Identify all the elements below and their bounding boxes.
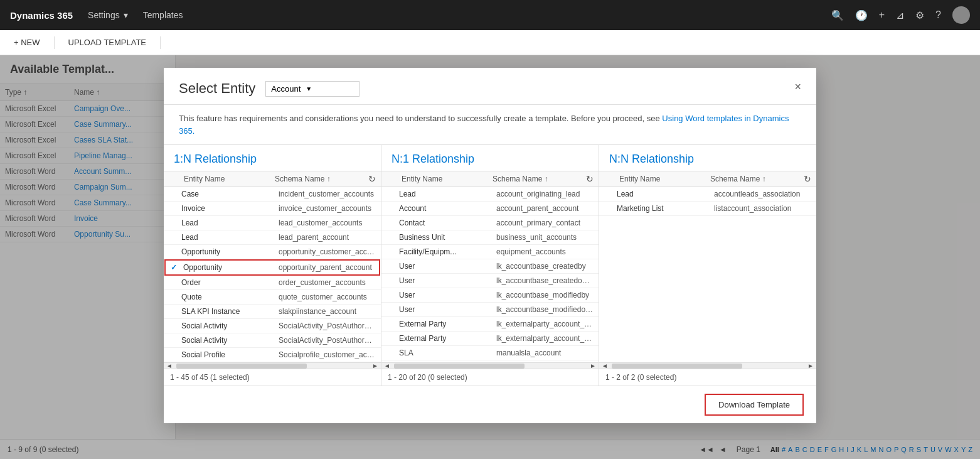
table-row[interactable]: Caseincident_customer_accounts <box>164 187 381 202</box>
modal-title: Select Entity <box>179 80 255 97</box>
n-n-title: N:N Relationship <box>599 145 816 171</box>
table-row[interactable]: SLA KPI Instanceslakpiinstance_account <box>164 305 381 319</box>
n-n-entity-col: Entity Name <box>619 175 710 183</box>
add-icon[interactable]: + <box>879 9 885 21</box>
table-row[interactable]: Userlk_accountbase_createdby <box>381 259 599 274</box>
filter-icon[interactable]: ⊿ <box>896 9 904 21</box>
one-n-schema-col: Schema Name ↑ <box>275 175 366 183</box>
table-row[interactable]: Opportunityopportunity_customer_accu... <box>164 245 381 259</box>
n-one-scroll-left-icon[interactable]: ◄ <box>384 362 390 369</box>
history-icon[interactable]: 🕐 <box>855 9 868 21</box>
one-n-entity-col: Entity Name <box>184 175 275 183</box>
n-n-scroll-left-icon[interactable]: ◄ <box>602 362 608 369</box>
n-one-entity-col: Entity Name <box>402 175 493 183</box>
page-label: Templates <box>143 10 183 20</box>
one-n-section: 1:N Relationship Entity Name Schema Name… <box>164 145 381 386</box>
n-one-rows: Leadaccount_originating_leadAccountaccou… <box>381 187 599 362</box>
n-one-scrollbar[interactable]: ◄ ► <box>381 362 599 369</box>
one-n-rows: Caseincident_customer_accountsInvoiceinv… <box>164 187 381 362</box>
one-n-title: 1:N Relationship <box>164 145 381 171</box>
modal-overlay: Select Entity Account ▼ × This feature h… <box>0 55 980 459</box>
one-n-header: Entity Name Schema Name ↑ ↻ <box>164 171 381 187</box>
one-n-scrollbar[interactable]: ◄ ► <box>164 362 381 369</box>
upload-template-button[interactable]: UPLOAD TEMPLATE <box>62 35 153 50</box>
scroll-left-icon[interactable]: ◄ <box>166 362 173 369</box>
n-one-schema-col: Schema Name ↑ <box>493 175 583 183</box>
table-row[interactable]: SLAmanualsla_account <box>381 346 599 360</box>
n-one-scroll-right-icon[interactable]: ► <box>590 362 596 369</box>
table-row[interactable]: Business Unitbusiness_unit_accounts <box>381 230 599 245</box>
download-template-button[interactable]: Download Template <box>705 394 804 416</box>
n-n-header: Entity Name Schema Name ↑ ↻ <box>599 171 816 187</box>
modal-footer: Download Template <box>164 386 816 423</box>
table-row[interactable]: External Partylk_externalparty_account_m… <box>381 332 599 346</box>
n-one-footer: 1 - 20 of 20 (0 selected) <box>381 369 599 386</box>
gear-icon[interactable]: ⚙ <box>915 9 924 21</box>
modal-description: This feature has requirements and consid… <box>164 105 816 145</box>
settings-nav[interactable]: Settings ▾ <box>88 10 128 20</box>
avatar[interactable] <box>952 6 970 24</box>
scroll-right-icon[interactable]: ► <box>372 362 378 369</box>
table-row[interactable]: Social ActivitySocialActivity_PostAuthor… <box>164 333 381 348</box>
n-one-title: N:1 Relationship <box>381 145 599 171</box>
n-n-scrollbar[interactable]: ◄ ► <box>599 362 816 369</box>
n-n-scroll-right-icon[interactable]: ► <box>807 362 814 369</box>
n-n-section: N:N Relationship Entity Name Schema Name… <box>599 145 816 386</box>
table-row[interactable]: Userlk_accountbase_createdonbeha <box>381 274 599 288</box>
table-row[interactable]: Marketing Listlistaccount_association <box>599 202 816 216</box>
table-row[interactable]: Orderorder_customer_accounts <box>164 276 381 290</box>
entity-value: Account <box>271 84 301 94</box>
n-one-refresh-icon[interactable]: ↻ <box>586 174 594 184</box>
nav-icons: 🔍 🕐 + ⊿ ⚙ ? <box>831 6 970 24</box>
table-row[interactable]: ✓Opportunityopportunity_parent_account <box>164 259 380 276</box>
table-row[interactable]: Facility/Equipm...equipment_accounts <box>381 245 599 259</box>
table-row[interactable]: Leadaccount_originating_lead <box>381 187 599 202</box>
top-navigation: Dynamics 365 Settings ▾ Templates 🔍 🕐 + … <box>0 0 980 30</box>
table-row[interactable]: Leadlead_customer_accounts <box>164 216 381 230</box>
table-row[interactable]: Social ProfileSocialprofile_customer_acc… <box>164 348 381 362</box>
one-n-refresh-icon[interactable]: ↻ <box>368 174 376 184</box>
n-one-header: Entity Name Schema Name ↑ ↻ <box>381 171 599 187</box>
table-row[interactable]: Quotequote_customer_accounts <box>164 290 381 305</box>
entity-dropdown[interactable]: Account ▼ <box>265 81 360 97</box>
table-row[interactable]: Leadaccountleads_association <box>599 187 816 202</box>
n-n-schema-col: Schema Name ↑ <box>710 175 801 183</box>
n-n-footer: 1 - 2 of 2 (0 selected) <box>599 369 816 386</box>
table-row[interactable]: Userlk_accountbase_modifiedby <box>381 288 599 303</box>
table-row[interactable]: External Partylk_externalparty_account_c… <box>381 317 599 332</box>
table-row[interactable]: Accountaccount_parent_account <box>381 202 599 216</box>
select-entity-modal: Select Entity Account ▼ × This feature h… <box>164 68 816 423</box>
dropdown-arrow-icon: ▼ <box>306 85 312 92</box>
modal-body: 1:N Relationship Entity Name Schema Name… <box>164 145 816 386</box>
toolbar: + NEW UPLOAD TEMPLATE <box>0 30 980 55</box>
modal-header: Select Entity Account ▼ × <box>164 68 816 105</box>
close-button[interactable]: × <box>789 78 806 96</box>
n-n-rows: Leadaccountleads_associationMarketing Li… <box>599 187 816 362</box>
settings-chevron-icon: ▾ <box>124 10 128 20</box>
table-row[interactable]: Invoiceinvoice_customer_accounts <box>164 202 381 216</box>
n-n-refresh-icon[interactable]: ↻ <box>804 174 811 184</box>
brand-logo: Dynamics 365 <box>10 10 73 21</box>
main-area: Available Templat... Type ↑ Name ↑ Micro… <box>0 55 980 459</box>
toolbar-separator <box>54 36 55 49</box>
one-n-footer: 1 - 45 of 45 (1 selected) <box>164 369 381 386</box>
n-one-section: N:1 Relationship Entity Name Schema Name… <box>381 145 599 386</box>
toolbar-separator-2 <box>160 36 161 49</box>
table-row[interactable]: Leadlead_parent_account <box>164 230 381 245</box>
new-button[interactable]: + NEW <box>8 35 46 50</box>
search-icon[interactable]: 🔍 <box>831 9 844 21</box>
help-icon[interactable]: ? <box>935 9 941 21</box>
settings-label: Settings <box>88 10 120 20</box>
table-row[interactable]: Social ActivitySocialActivity_PostAuthor… <box>164 319 381 333</box>
table-row[interactable]: Contactaccount_primary_contact <box>381 216 599 230</box>
table-row[interactable]: Userlk_accountbase_modifiedonbeh <box>381 303 599 317</box>
